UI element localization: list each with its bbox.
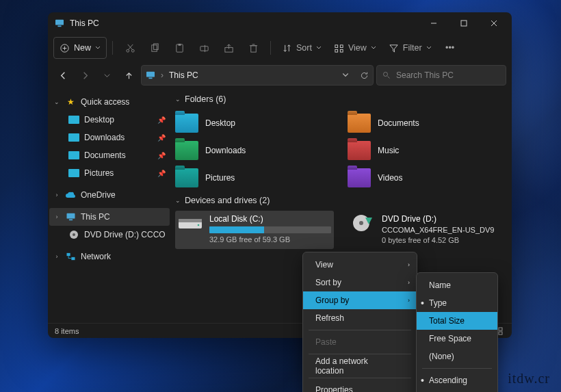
sidebar-item-documents[interactable]: Documents📌: [49, 146, 170, 164]
this-pc-icon: [146, 71, 155, 79]
copy-button[interactable]: [143, 37, 166, 59]
back-button[interactable]: [53, 66, 73, 85]
sidebar-item-downloads[interactable]: Downloads📌: [49, 129, 170, 146]
new-button[interactable]: New: [53, 37, 107, 59]
menu-properties[interactable]: Properties: [303, 381, 417, 392]
sidebar-label: Downloads: [84, 133, 125, 142]
submenu-descending[interactable]: Descending: [417, 389, 497, 392]
svg-rect-24: [340, 44, 343, 47]
recent-button[interactable]: [97, 66, 116, 85]
folder-item[interactable]: Videos: [348, 164, 506, 192]
plus-icon: [60, 43, 70, 53]
watermark: itdw.cr: [508, 371, 550, 387]
svg-rect-13: [151, 44, 157, 51]
paste-button[interactable]: [168, 37, 191, 59]
menu-refresh[interactable]: Refresh: [303, 309, 417, 327]
svg-rect-27: [146, 72, 155, 77]
chevron-down-icon: ⌄: [53, 99, 60, 105]
chevron-down-icon[interactable]: [342, 72, 349, 79]
chevron-right-icon: ›: [408, 297, 410, 304]
sidebar-this-pc[interactable]: ›This PC: [49, 208, 170, 226]
svg-rect-14: [153, 43, 158, 49]
copy-icon: [150, 43, 160, 53]
svg-rect-23: [335, 44, 338, 47]
group-header-drives[interactable]: ⌄Devices and drives (2): [175, 196, 506, 205]
chevron-right-icon: ›: [53, 192, 60, 198]
folder-label: Videos: [378, 173, 402, 183]
maximize-button[interactable]: [449, 12, 479, 34]
breadcrumb-location[interactable]: This PC: [169, 70, 198, 80]
folder-label: Downloads: [205, 146, 246, 155]
submenu-none[interactable]: (None): [417, 348, 497, 365]
submenu-ascending[interactable]: •Ascending: [417, 371, 497, 389]
sidebar-label: Quick access: [81, 97, 129, 107]
cut-button[interactable]: [118, 37, 142, 59]
svg-point-43: [198, 224, 200, 226]
folder-icon: [68, 169, 79, 177]
address-bar[interactable]: › This PC: [141, 65, 374, 86]
search-input[interactable]: Search This PC: [376, 65, 506, 86]
disc-icon: [350, 213, 375, 233]
sidebar-label: Documents: [84, 151, 126, 160]
folder-item[interactable]: Pictures: [175, 164, 334, 192]
svg-rect-34: [68, 169, 79, 177]
drive-local-disk[interactable]: Local Disk (C:) 32.9 GB free of 59.3 GB: [175, 211, 334, 249]
sidebar-label: This PC: [81, 212, 110, 222]
svg-rect-36: [68, 219, 72, 220]
share-button[interactable]: [217, 37, 240, 59]
folder-item[interactable]: Downloads: [175, 137, 334, 164]
group-header-folders[interactable]: ⌄Folders (6): [175, 94, 506, 104]
chevron-right-icon: ›: [53, 213, 60, 220]
submenu-free-space[interactable]: Free Space: [417, 330, 497, 348]
folder-item[interactable]: Documents: [348, 109, 506, 137]
minimize-button[interactable]: [419, 12, 449, 34]
menu-view[interactable]: View›: [303, 256, 417, 274]
chevron-right-icon: ›: [408, 261, 410, 268]
close-button[interactable]: [479, 12, 509, 34]
svg-rect-26: [340, 49, 343, 52]
menu-group-by[interactable]: Group by›: [303, 291, 417, 309]
svg-point-29: [384, 73, 388, 77]
up-button[interactable]: [119, 66, 138, 85]
sidebar-label: Desktop: [84, 115, 114, 125]
sort-label: Sort: [296, 43, 312, 53]
forward-button[interactable]: [75, 66, 94, 85]
filter-label: Filter: [403, 43, 422, 53]
sidebar-label: Network: [81, 252, 111, 261]
refresh-icon[interactable]: [360, 71, 369, 80]
sort-icon: [282, 43, 292, 53]
sidebar-dvd-drive[interactable]: DVD Drive (D:) CCCO: [49, 226, 170, 244]
svg-rect-32: [68, 133, 79, 142]
menu-add-network[interactable]: Add a network location: [303, 357, 417, 375]
submenu-total-size[interactable]: Total Size: [417, 312, 497, 330]
submenu-name[interactable]: Name: [417, 276, 497, 294]
svg-rect-33: [68, 151, 79, 159]
sidebar-item-pictures[interactable]: Pictures📌: [49, 164, 170, 182]
sidebar-quick-access[interactable]: ⌄ ★ Quick access: [49, 93, 170, 111]
disc-icon: [68, 230, 79, 239]
filter-button[interactable]: Filter: [383, 37, 437, 59]
sidebar-onedrive[interactable]: ›OneDrive: [49, 186, 170, 204]
cut-icon: [125, 43, 135, 53]
drive-free: 32.9 GB free of 59.3 GB: [209, 235, 331, 245]
drive-dvd[interactable]: DVD Drive (D:) CCCOMA_X64FRE_EN-US_DV9 0…: [348, 211, 506, 249]
sidebar-network[interactable]: ›Network: [49, 248, 170, 265]
chevron-down-icon: [95, 45, 101, 51]
context-menu: View› Sort by› Group by› Refresh Paste A…: [302, 252, 417, 392]
folder-item[interactable]: Music: [348, 137, 506, 164]
toolbar-separator: [270, 41, 271, 55]
more-button[interactable]: •••: [439, 37, 462, 59]
group-title: Folders (6): [185, 94, 226, 104]
folder-item[interactable]: Desktop: [175, 109, 334, 137]
chevron-right-icon: ›: [53, 253, 60, 260]
svg-rect-17: [200, 46, 207, 51]
submenu-type[interactable]: •Type: [417, 294, 497, 312]
rename-button[interactable]: [192, 37, 216, 59]
delete-button[interactable]: [242, 37, 265, 59]
menu-sort-by[interactable]: Sort by›: [303, 274, 417, 291]
view-button[interactable]: View: [328, 37, 382, 59]
chevron-down-icon: [316, 45, 322, 51]
svg-rect-25: [335, 49, 338, 52]
sidebar-item-desktop[interactable]: Desktop📌: [49, 111, 170, 129]
sort-button[interactable]: Sort: [276, 37, 327, 59]
